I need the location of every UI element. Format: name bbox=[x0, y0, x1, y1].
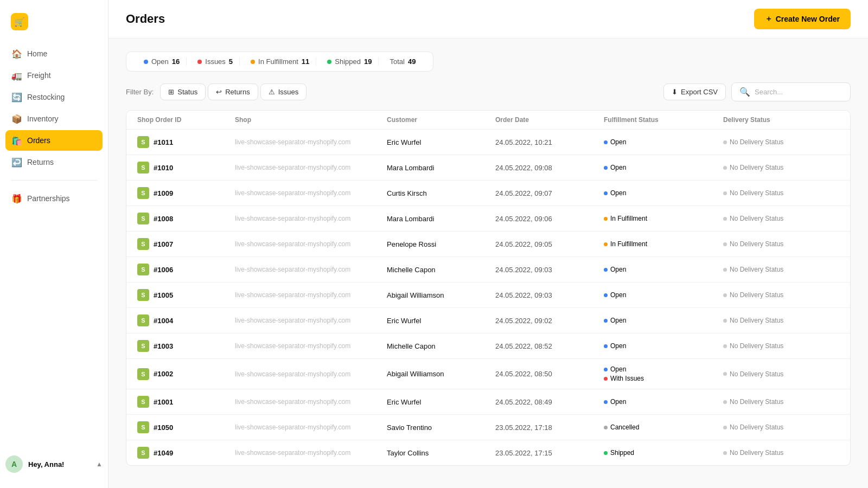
delivery-status-label: No Delivery Status bbox=[730, 266, 783, 273]
shopify-icon: S bbox=[137, 368, 149, 380]
row-chevron-icon[interactable]: › bbox=[843, 448, 851, 457]
plus-icon: ＋ bbox=[765, 14, 773, 24]
table-row[interactable]: S #1049 live-showcase-separator-myshopif… bbox=[126, 440, 850, 465]
row-chevron-icon[interactable]: › bbox=[843, 163, 851, 172]
table-row[interactable]: S #1009 live-showcase-separator-myshopif… bbox=[126, 181, 850, 206]
status-dot bbox=[604, 400, 608, 404]
filter-issues-button[interactable]: ⚠ Issues bbox=[260, 84, 307, 100]
table-row[interactable]: S #1002 live-showcase-separator-myshopif… bbox=[126, 359, 850, 389]
row-chevron-icon[interactable]: › bbox=[843, 423, 851, 432]
sidebar-item-restocking[interactable]: 🔄 Restocking bbox=[5, 87, 103, 107]
customer-name: Michelle Capon bbox=[387, 266, 495, 274]
delivery-dot bbox=[723, 293, 727, 297]
status-badge: Open bbox=[604, 398, 723, 406]
order-date: 24.05.2022, 08:50 bbox=[495, 370, 604, 378]
status-label: In Fulfillment bbox=[610, 240, 647, 248]
page-header: Orders ＋ Create New Order bbox=[108, 0, 868, 38]
delivery-status: No Delivery Status bbox=[723, 370, 843, 378]
row-chevron-icon[interactable]: › bbox=[843, 370, 851, 378]
order-id-value: #1004 bbox=[154, 317, 173, 325]
delivery-status: No Delivery Status bbox=[723, 164, 843, 171]
search-input[interactable] bbox=[755, 88, 843, 96]
inventory-icon: 📦 bbox=[12, 114, 22, 124]
content-area: Open 16 Issues 5 In Fulfillment 11 Shipp… bbox=[108, 38, 868, 488]
row-chevron-icon[interactable]: › bbox=[843, 138, 851, 146]
table-row[interactable]: S #1010 live-showcase-separator-myshopif… bbox=[126, 155, 850, 181]
row-chevron-icon[interactable]: › bbox=[843, 397, 851, 406]
row-chevron-icon[interactable]: › bbox=[843, 189, 851, 197]
search-box[interactable]: 🔍 bbox=[731, 82, 851, 101]
shopify-icon: S bbox=[137, 447, 149, 459]
row-chevron-icon[interactable]: › bbox=[843, 291, 851, 299]
delivery-dot bbox=[723, 268, 727, 272]
table-row[interactable]: S #1005 live-showcase-separator-myshopif… bbox=[126, 282, 850, 308]
returns-filter-label: Returns bbox=[225, 88, 250, 96]
fulfillment-status: Open bbox=[604, 317, 723, 324]
delivery-status: No Delivery Status bbox=[723, 291, 843, 299]
shipped-count: 19 bbox=[364, 57, 372, 66]
delivery-status-label: No Delivery Status bbox=[730, 189, 783, 197]
table-row[interactable]: S #1004 live-showcase-separator-myshopif… bbox=[126, 308, 850, 333]
fulfillment-label: In Fulfillment bbox=[258, 57, 298, 66]
order-id: S #1005 bbox=[137, 289, 235, 301]
fulfillment-dot bbox=[251, 60, 255, 64]
table-row[interactable]: S #1003 live-showcase-separator-myshopif… bbox=[126, 333, 850, 359]
avatar: A bbox=[5, 455, 23, 473]
customer-name: Abigail Williamson bbox=[387, 291, 495, 299]
shopify-icon: S bbox=[137, 187, 149, 199]
status-badge: Open bbox=[604, 189, 723, 197]
status-label: With Issues bbox=[610, 375, 644, 382]
table-row[interactable]: S #1001 live-showcase-separator-myshopif… bbox=[126, 389, 850, 415]
fulfillment-status: Open bbox=[604, 138, 723, 146]
delivery-dot bbox=[723, 319, 727, 323]
table-row[interactable]: S #1050 live-showcase-separator-myshopif… bbox=[126, 415, 850, 440]
delivery-dot bbox=[723, 191, 727, 195]
filter-returns-button[interactable]: ↩ Returns bbox=[208, 84, 258, 100]
chevron-up-icon: ▲ bbox=[96, 460, 103, 468]
sidebar-item-partnerships[interactable]: 🎁 Partnerships bbox=[5, 188, 103, 209]
order-id-value: #1050 bbox=[154, 423, 173, 432]
open-dot bbox=[144, 60, 148, 64]
shop-url: live-showcase-separator-myshopify.com bbox=[235, 398, 387, 406]
delivery-status-label: No Delivery Status bbox=[730, 342, 783, 350]
row-chevron-icon[interactable]: › bbox=[843, 214, 851, 223]
shop-url: live-showcase-separator-myshopify.com bbox=[235, 342, 387, 350]
sidebar-item-returns[interactable]: ↩️ Returns bbox=[5, 152, 103, 172]
delivery-status-label: No Delivery Status bbox=[730, 138, 783, 146]
shop-url: live-showcase-separator-myshopify.com bbox=[235, 370, 387, 378]
shopify-icon: S bbox=[137, 264, 149, 275]
page-title: Orders bbox=[126, 12, 165, 26]
status-dot bbox=[604, 319, 608, 323]
delivery-status: No Delivery Status bbox=[723, 138, 843, 146]
sidebar-item-freight[interactable]: 🚛 Freight bbox=[5, 65, 103, 86]
export-csv-button[interactable]: ⬇ Export CSV bbox=[663, 84, 726, 100]
create-order-button[interactable]: ＋ Create New Order bbox=[754, 9, 851, 29]
open-count: 16 bbox=[172, 57, 180, 66]
order-id-value: #1001 bbox=[154, 398, 173, 406]
status-badge: Open bbox=[604, 138, 723, 146]
sidebar-item-home[interactable]: 🏠 Home bbox=[5, 43, 103, 64]
table-row[interactable]: S #1006 live-showcase-separator-myshopif… bbox=[126, 257, 850, 282]
sidebar-item-orders[interactable]: 🛍️ Orders bbox=[5, 130, 103, 151]
row-chevron-icon[interactable]: › bbox=[843, 342, 851, 350]
sidebar-item-label: Partnerships bbox=[27, 194, 70, 203]
sidebar-item-inventory[interactable]: 📦 Inventory bbox=[5, 108, 103, 129]
table-row[interactable]: S #1008 live-showcase-separator-myshopif… bbox=[126, 206, 850, 232]
user-profile[interactable]: A Hey, Anna! ▲ bbox=[0, 449, 108, 479]
row-chevron-icon[interactable]: › bbox=[843, 240, 851, 248]
order-id-value: #1009 bbox=[154, 189, 173, 197]
filter-status-button[interactable]: ⊞ Status bbox=[160, 84, 206, 100]
status-dot bbox=[604, 140, 608, 144]
table-body: S #1011 live-showcase-separator-myshopif… bbox=[126, 130, 850, 465]
table-row[interactable]: S #1007 live-showcase-separator-myshopif… bbox=[126, 232, 850, 257]
row-chevron-icon[interactable]: › bbox=[843, 316, 851, 325]
order-date: 24.05.2022, 09:08 bbox=[495, 164, 604, 172]
logo-area: 🛒 bbox=[0, 9, 108, 43]
order-id: S #1009 bbox=[137, 187, 235, 199]
table-row[interactable]: S #1011 live-showcase-separator-myshopif… bbox=[126, 130, 850, 155]
delivery-status: No Delivery Status bbox=[723, 449, 843, 457]
fulfillment-status: In Fulfillment bbox=[604, 215, 723, 222]
shopify-icon: S bbox=[137, 396, 149, 408]
row-chevron-icon[interactable]: › bbox=[843, 265, 851, 274]
create-button-label: Create New Order bbox=[776, 15, 840, 23]
